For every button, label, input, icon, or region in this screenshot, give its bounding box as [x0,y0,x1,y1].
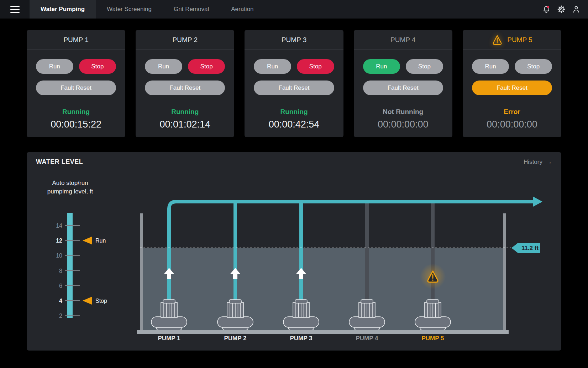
history-label: History [524,159,542,166]
marker-label: Run [95,238,106,244]
fault-reset-button[interactable]: Fault Reset [254,81,334,95]
tab-grit-removal[interactable]: Grit Removal [163,0,220,19]
pump-card-body: Run Stop Fault Reset Error 00:00:00:00 [463,50,561,130]
pump-runtime: 00:01:02:14 [145,119,225,130]
notification-badge [547,6,549,8]
pump-runtime: 00:00:15:22 [36,119,116,130]
stop-button[interactable]: Stop [188,59,225,74]
scale-bar [67,213,73,318]
arrow-right-icon: → [546,159,552,166]
scale-tick-label: 2 [59,313,62,319]
tank-pump-label: PUMP 4 [356,335,379,342]
pump-status: Error [472,108,552,116]
run-button[interactable]: Run [36,59,73,74]
hamburger-icon [10,6,20,13]
history-link[interactable]: History → [524,159,552,166]
pump-card-title: PUMP 1 [63,36,88,44]
settings-button[interactable] [557,5,566,14]
tab-water-pumping[interactable]: Water Pumping [30,0,96,19]
pump-card-body: Run Stop Fault Reset Not Running 00:00:0… [354,50,452,130]
tank-diagram: Auto stop/run pumpimg level, ft 14121086… [27,172,561,351]
pump-card-header: PUMP 1 [27,30,125,50]
topbar: Water PumpingWater ScreeningGrit Removal… [0,0,588,19]
pump-card-pump-4: PUMP 4 Run Stop Fault Reset Not Running … [354,30,452,137]
stop-button[interactable]: Stop [406,59,443,74]
nav-tabs: Water PumpingWater ScreeningGrit Removal… [30,0,265,19]
fault-reset-button[interactable]: Fault Reset [145,81,225,95]
water-level-panel: WATER LEVEL History → [27,152,561,351]
marker-triangle-icon [83,297,92,305]
pump-status: Not Running [363,108,443,116]
pump-runtime: 00:00:00:00 [363,119,443,130]
fault-reset-button[interactable]: Fault Reset [363,81,443,95]
scale-label-line1: Auto stop/run [52,180,88,186]
pump-card-body: Run Stop Fault Reset Running 00:00:42:54 [245,50,343,130]
stop-button[interactable]: Stop [79,59,116,74]
marker-triangle-icon [83,237,92,244]
tank: PUMP 1PUMP 2PUMP 3PUMP 4PUMP 5 [137,197,542,342]
warning-icon [492,35,503,45]
pump-card-pump-2: PUMP 2 Run Stop Fault Reset Running 00:0… [136,30,234,137]
stop-button[interactable]: Stop [297,59,334,74]
tank-pump-label: PUMP 5 [422,335,444,342]
pump-card-pump-5: PUMP 5 Run Stop Fault Reset Error 00:00:… [463,30,561,137]
pump-status: Running [254,108,334,116]
water-level-body: Auto stop/run pumpimg level, ft 14121086… [27,172,561,351]
pump-card-header: PUMP 2 [136,30,234,50]
fault-reset-button[interactable]: Fault Reset [36,81,116,95]
pump-cards-row: PUMP 1 Run Stop Fault Reset Running 00:0… [27,30,561,137]
pump-card-title: PUMP 3 [282,36,306,44]
tab-label: Grit Removal [174,6,209,13]
marker-label: Stop [95,298,107,304]
scale-tick-label: 14 [56,223,62,229]
pump-status: Running [145,108,225,116]
tab-label: Water Pumping [41,6,85,13]
pump-card-title: PUMP 2 [173,36,198,44]
run-button[interactable]: Run [254,59,291,74]
dashboard-page: Water PumpingWater ScreeningGrit Removal… [0,0,588,368]
bell-icon [542,5,551,14]
scale-label-line2: pumpimg level, ft [47,188,93,195]
user-button[interactable] [572,5,581,14]
fault-reset-button[interactable]: Fault Reset [472,81,552,95]
notifications-button[interactable] [542,5,551,14]
pump-card-header: PUMP 3 [245,30,343,50]
run-button[interactable]: Run [472,59,509,74]
level-scale: Auto stop/run pumpimg level, ft 14121086… [47,180,107,319]
pump-card-body: Run Stop Fault Reset Running 00:00:15:22 [27,50,125,130]
tab-label: Water Screening [107,6,152,13]
tab-aeration[interactable]: Aeration [220,0,264,19]
hamburger-menu-button[interactable] [0,0,30,19]
pump-card-title: PUMP 4 [390,36,415,44]
pump-card-header: PUMP 4 [354,30,452,50]
run-button[interactable]: Run [145,59,182,74]
scale-tick-label: 8 [59,268,62,274]
tank-wall-right [503,213,506,330]
gear-icon [557,5,566,14]
scale-tick-label: 12 [56,238,62,244]
run-button[interactable]: Run [363,59,400,74]
scale-tick-label: 10 [56,253,62,259]
panel-title: WATER LEVEL [36,158,83,166]
tank-floor [137,330,509,334]
pump-card-pump-1: PUMP 1 Run Stop Fault Reset Running 00:0… [27,30,125,137]
tab-label: Aeration [231,6,253,13]
user-icon [572,5,581,14]
tank-pump-label: PUMP 1 [158,335,180,342]
pump-runtime: 00:00:00:00 [472,119,552,130]
current-level-value: 11.2 ft [521,245,539,252]
tank-pump-label: PUMP 2 [224,335,247,342]
pump-card-pump-3: PUMP 3 Run Stop Fault Reset Running 00:0… [245,30,343,137]
pump-status: Running [36,108,116,116]
pump-card-header: PUMP 5 [463,30,561,50]
pump-card-body: Run Stop Fault Reset Running 00:01:02:14 [136,50,234,130]
flow-arrow-icon [533,197,542,207]
tank-wall-left [140,213,143,330]
pump-runtime: 00:00:42:54 [254,119,334,130]
pump-card-title: PUMP 5 [507,36,532,44]
tab-water-screening[interactable]: Water Screening [96,0,163,19]
scale-tick-label: 4 [59,298,62,304]
stop-button[interactable]: Stop [515,59,552,74]
scale-tick-label: 6 [59,283,62,289]
level-tag: 11.2 ft [511,243,540,253]
